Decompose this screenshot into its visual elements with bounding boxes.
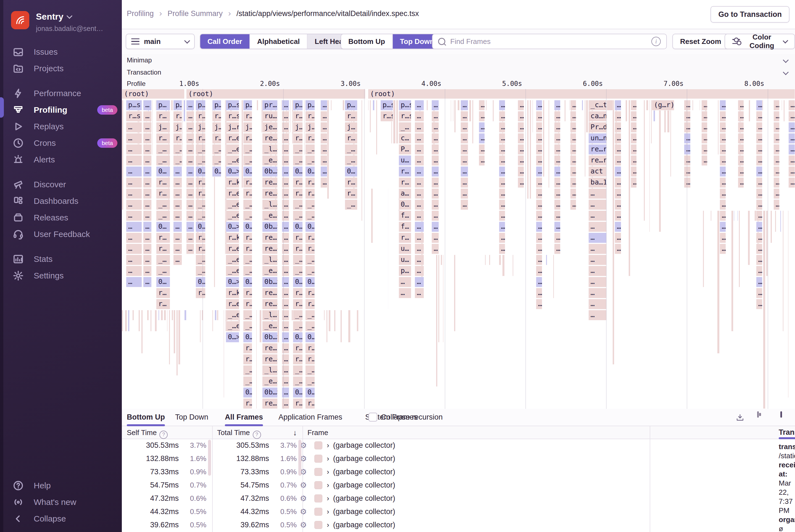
flame-frame[interactable]: r… bbox=[305, 244, 315, 254]
flame-frame[interactable]: … bbox=[499, 133, 505, 144]
flame-frame[interactable]: … bbox=[460, 188, 468, 199]
flame-frame[interactable]: p… bbox=[212, 100, 221, 111]
flame-frame[interactable]: … bbox=[570, 144, 576, 155]
flame-frame[interactable]: _… bbox=[243, 365, 252, 376]
flame-frame[interactable]: … bbox=[518, 144, 524, 155]
expand-chevron-icon[interactable]: › bbox=[327, 454, 329, 463]
flame-frame-small[interactable] bbox=[454, 255, 455, 331]
flame-frame-small[interactable] bbox=[699, 100, 700, 111]
flame-frame[interactable]: … bbox=[415, 100, 424, 111]
flame-frame[interactable]: … bbox=[554, 200, 561, 210]
flame-frame[interactable]: … bbox=[738, 111, 744, 121]
flame-frame[interactable]: p… bbox=[399, 266, 411, 276]
flame-frame-small[interactable] bbox=[737, 210, 738, 221]
flame-frame[interactable]: r… bbox=[243, 398, 252, 409]
flame-frame[interactable]: … bbox=[173, 210, 182, 221]
flame-frame[interactable]: … bbox=[588, 299, 607, 309]
flame-frame-small[interactable] bbox=[373, 100, 375, 111]
flame-frame[interactable]: … bbox=[536, 166, 542, 177]
scrollbar-thumb[interactable] bbox=[208, 440, 211, 476]
flame-frame[interactable]: _… bbox=[212, 144, 221, 155]
flame-frame[interactable]: _… bbox=[345, 155, 357, 166]
flame-frame-small[interactable] bbox=[625, 100, 627, 121]
flame-frame[interactable]: … bbox=[415, 133, 424, 144]
table-row[interactable]: 47.32ms0.6%47.32ms0.6%⚙›(garbage collect… bbox=[122, 492, 650, 505]
flame-frame[interactable]: re…r bbox=[588, 155, 607, 166]
flame-frame[interactable]: … bbox=[415, 232, 424, 243]
flame-frame[interactable]: … bbox=[720, 155, 726, 166]
flame-frame[interactable]: _… bbox=[195, 255, 206, 265]
flame-frame[interactable]: r… bbox=[156, 133, 170, 144]
flame-frame[interactable]: 0… bbox=[399, 200, 411, 210]
flame-frame[interactable]: … bbox=[788, 177, 795, 188]
flame-frame[interactable]: … bbox=[536, 288, 542, 298]
flame-frame[interactable]: … bbox=[143, 222, 152, 232]
flame-frame[interactable]: … bbox=[460, 133, 468, 144]
flame-frame-small[interactable] bbox=[783, 100, 784, 121]
flame-frame[interactable]: … bbox=[143, 155, 152, 166]
flame-frame[interactable]: … bbox=[173, 188, 182, 199]
flame-frame[interactable]: r…k bbox=[226, 232, 239, 243]
flame-frame[interactable]: … bbox=[788, 144, 795, 155]
flame-frame[interactable]: r…s bbox=[226, 111, 239, 121]
flame-frame-small[interactable] bbox=[457, 100, 460, 111]
flame-frame[interactable]: … bbox=[415, 288, 424, 298]
flame-frame[interactable]: … bbox=[554, 100, 561, 111]
flame-frame[interactable]: … bbox=[701, 155, 707, 166]
flame-frame[interactable]: p…s bbox=[195, 100, 206, 111]
flame-frame-small[interactable] bbox=[644, 100, 645, 221]
flame-frame[interactable]: p…s bbox=[399, 100, 411, 111]
flame-frame-small[interactable] bbox=[548, 100, 549, 188]
flame-frame[interactable]: u… bbox=[399, 255, 411, 265]
flame-frame[interactable]: _e…e bbox=[262, 376, 278, 387]
flame-frame[interactable]: … bbox=[720, 188, 726, 199]
flame-frame-small[interactable] bbox=[748, 210, 750, 265]
flame-frame[interactable]: … bbox=[143, 177, 152, 188]
flame-frame[interactable]: … bbox=[126, 122, 142, 133]
flame-frame[interactable]: re…k bbox=[262, 343, 278, 354]
flame-frame[interactable]: … bbox=[518, 177, 524, 188]
flame-frame-small[interactable] bbox=[441, 255, 442, 265]
flame-frame[interactable]: r… bbox=[305, 343, 315, 354]
flame-frame[interactable]: _l…e bbox=[262, 365, 278, 376]
layout-left-panel-icon[interactable] bbox=[757, 411, 759, 418]
flame-frame[interactable]: … bbox=[282, 387, 289, 398]
flame-frame[interactable]: … bbox=[173, 232, 182, 243]
flame-frame-small[interactable] bbox=[327, 100, 329, 199]
flame-frame[interactable]: … bbox=[499, 232, 505, 243]
flame-frame[interactable]: _… bbox=[243, 255, 252, 265]
flame-frame[interactable]: r…e bbox=[226, 244, 239, 254]
flame-frame[interactable]: _… bbox=[305, 210, 315, 221]
flame-frame[interactable]: r… bbox=[399, 166, 411, 177]
flame-frame[interactable]: … bbox=[631, 166, 637, 177]
flame-frame[interactable]: … bbox=[186, 133, 194, 144]
flame-frame-small[interactable] bbox=[469, 100, 471, 121]
flame-frame-small[interactable] bbox=[173, 310, 175, 354]
flame-frame[interactable]: … bbox=[186, 100, 194, 111]
flame-frame[interactable]: … bbox=[614, 210, 621, 221]
flame-frame[interactable]: … bbox=[738, 133, 744, 144]
flame-frame-small[interactable] bbox=[586, 100, 588, 133]
flame-frame-small[interactable] bbox=[659, 100, 661, 232]
flame-frame[interactable]: … bbox=[518, 133, 524, 144]
flame-frame[interactable]: 0b…> bbox=[262, 166, 278, 177]
flame-frame[interactable]: … bbox=[588, 266, 607, 276]
flame-frame-small[interactable] bbox=[128, 310, 130, 331]
flame-frame[interactable]: _… bbox=[243, 310, 252, 320]
flame-frame[interactable]: r…e bbox=[226, 133, 239, 144]
flame-frame[interactable]: … bbox=[631, 111, 637, 121]
flame-frame[interactable]: … bbox=[756, 133, 762, 144]
org-switcher[interactable]: Sentry bbox=[36, 12, 103, 22]
flame-frame[interactable]: 0… bbox=[243, 332, 252, 343]
sidebar-item-collapse[interactable]: Collapse bbox=[0, 510, 122, 527]
flame-frame[interactable]: … bbox=[499, 144, 505, 155]
flamegraph[interactable]: p…sr…s……………………………………………………………………………………p…… bbox=[122, 89, 795, 409]
flame-frame[interactable]: 0… bbox=[293, 166, 303, 177]
flame-frame[interactable]: … bbox=[773, 133, 779, 144]
flame-frame[interactable]: … bbox=[614, 177, 621, 188]
flame-frame[interactable]: … bbox=[536, 133, 542, 144]
flame-frame[interactable]: r… bbox=[305, 111, 315, 121]
flame-frame[interactable]: … bbox=[570, 133, 576, 144]
flame-root-frame[interactable]: (root) bbox=[122, 89, 185, 99]
flame-frame[interactable]: … bbox=[614, 222, 621, 232]
